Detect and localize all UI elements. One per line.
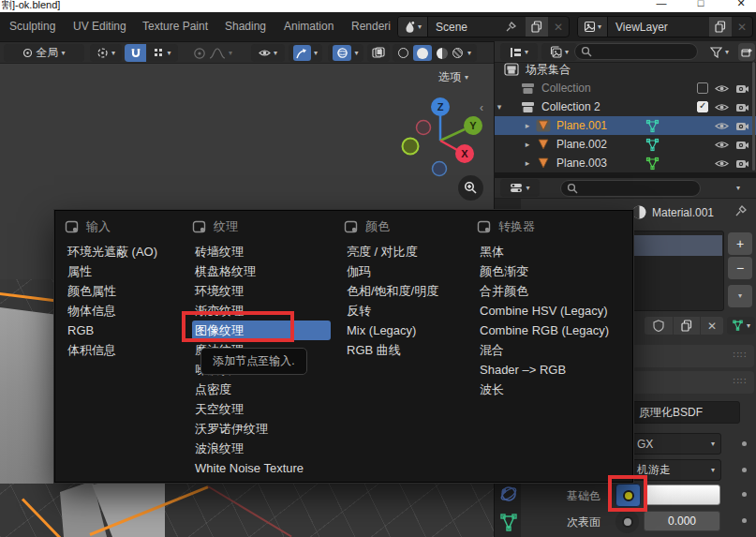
row-label[interactable]: Collection [541,82,591,95]
menu-item[interactable]: 属性 [65,261,185,281]
outliner-row[interactable]: ▸Plane.002 [495,135,756,154]
tab-sculpting[interactable]: Sculpting [9,20,55,33]
rendered-shading-icon[interactable] [452,48,463,58]
remove-slot-button[interactable]: − [728,257,752,279]
unlink-material-button[interactable]: ✕ [701,317,723,335]
navigation-gizmo[interactable]: Z Y X [382,90,494,184]
menu-item[interactable]: 合并颜色 [477,281,627,301]
menu-item[interactable]: Combine RGB (Legacy) [477,321,627,340]
expand-arrow[interactable]: ▸ [523,158,532,168]
outliner-scrollbar[interactable] [752,62,755,171]
eye-icon[interactable] [715,157,729,170]
fake-user-toggle[interactable] [645,317,673,335]
properties-search-input[interactable] [560,180,701,197]
menu-item[interactable]: 棋盘格纹理 [192,261,331,281]
exclude-checkbox[interactable] [697,82,708,94]
subsurface-slider[interactable]: 0.000 [644,511,720,531]
menu-item[interactable]: Combine HSV (Legacy) [477,301,627,321]
material-preview-icon[interactable] [437,48,448,59]
outliner-row[interactable]: ▾Collection 2 [495,97,756,116]
proportional-editing-group[interactable]: ▾ [185,44,240,62]
gizmos-dropdown[interactable]: ▾ [289,44,322,62]
shading-mode-group[interactable]: ▾ [393,44,477,62]
expand-arrow[interactable]: ▸ [523,140,532,149]
close-button[interactable]: ✕ [732,0,750,9]
camera-icon[interactable] [735,120,749,132]
show-gizmo-dropdown[interactable]: ▾ [251,44,285,62]
row-label[interactable]: Plane.001 [556,119,607,132]
eye-icon[interactable] [715,120,729,132]
duplicate-material-button[interactable] [674,317,700,335]
pin-icon[interactable] [734,204,748,217]
tab-animation[interactable]: Animation [284,20,334,33]
menu-item[interactable]: RGB 曲线 [344,340,469,360]
outliner-row[interactable]: 场景集合 [495,60,756,79]
menu-item[interactable]: Mix (Legacy) [344,321,469,340]
expand-arrow[interactable]: ▸ [523,121,532,130]
outliner-row[interactable]: ▸Plane.003 [495,154,756,172]
menu-item[interactable]: 颜色属性 [65,281,185,301]
outliner-filter-dropdown[interactable]: ▾ [703,43,736,61]
menu-item[interactable]: 波长 [477,380,627,399]
tab-uv-editing[interactable]: UV Editing [73,20,126,33]
tab-renderi[interactable]: Renderi [351,20,391,33]
viewlayer-selector[interactable]: ▾ ViewLayer ✕ [577,16,753,37]
menu-item[interactable]: 颜色渐变 [477,261,627,281]
gizmo-neg-z-axis[interactable] [433,162,447,176]
scene-name[interactable]: Scene [428,21,505,34]
menu-item[interactable]: 反转 [344,301,469,321]
zoom-tool-button[interactable] [458,175,483,201]
menu-item[interactable]: 砖墙纹理 [192,242,331,261]
exclude-checkbox[interactable] [697,101,708,112]
expand-arrow[interactable]: ▾ [495,102,504,112]
transform-orientation-dropdown[interactable]: 全局 ▾ [4,44,84,62]
slot-specials-dropdown[interactable]: ▾ [728,285,752,307]
menu-item[interactable]: 环境纹理 [192,281,331,301]
pivot-point-dropdown[interactable]: ▾ [90,44,122,62]
row-label[interactable]: Collection 2 [541,100,600,113]
camera-icon[interactable] [735,157,749,170]
menu-item[interactable]: 波浪纹理 [192,439,331,458]
eye-icon[interactable] [715,82,729,95]
menu-item[interactable]: 黑体 [477,242,627,261]
gizmo-neg-x-axis[interactable] [417,121,431,135]
properties-options-dropdown[interactable]: ▾ [727,179,749,197]
animate-decorator[interactable] [742,492,747,497]
editor-type-dropdown[interactable]: ▾ [500,179,540,197]
menu-item[interactable]: 亮度 / 对比度 [344,242,469,261]
menu-item[interactable]: Shader –> RGB [477,360,627,380]
display-mode-dropdown[interactable]: ▾ [500,43,538,61]
base-color-swatch[interactable] [644,485,720,505]
row-label[interactable]: Plane.002 [556,138,607,151]
menu-item[interactable]: 体积信息 [65,340,185,360]
scene-selector[interactable]: ▾ Scene ✕ [397,16,570,37]
row-label[interactable]: Plane.003 [556,157,607,170]
overlays-dropdown[interactable]: ▾ [328,44,363,62]
new-collection-button[interactable] [738,43,755,61]
mesh-plane-left[interactable] [0,304,58,484]
viewlayer-name[interactable]: ViewLayer [608,21,709,34]
tab-shading[interactable]: Shading [225,20,266,33]
menu-item[interactable]: White Noise Texture [192,458,331,478]
menu-item[interactable]: 点密度 [192,380,331,399]
xray-toggle[interactable] [367,44,390,62]
outliner-row[interactable]: Collection [495,79,756,97]
gizmo-neg-y-axis[interactable] [403,139,419,155]
solid-shading-button[interactable] [413,45,432,61]
snap-toggle[interactable] [125,44,146,62]
new-viewlayer-button[interactable] [709,17,732,37]
eye-icon[interactable] [715,139,729,151]
viewlayer-browse-button[interactable]: ▾ [578,17,608,37]
add-slot-button[interactable]: + [728,232,752,255]
new-scene-button[interactable] [526,17,548,37]
menu-item[interactable]: 伽玛 [344,261,469,281]
menu-item[interactable]: 混合 [477,340,627,360]
menu-item[interactable]: 色相/饱和度/明度 [344,281,469,301]
menu-item[interactable]: 沃罗诺伊纹理 [192,419,331,439]
camera-icon[interactable] [735,101,749,113]
menu-item[interactable]: 环境光遮蔽 (AO) [65,242,185,261]
scene-browse-button[interactable]: ▾ [398,17,428,37]
maximize-button[interactable]: □ [691,0,710,8]
menu-item[interactable]: 物体信息 [65,301,185,321]
row-label[interactable]: 场景集合 [526,62,571,78]
